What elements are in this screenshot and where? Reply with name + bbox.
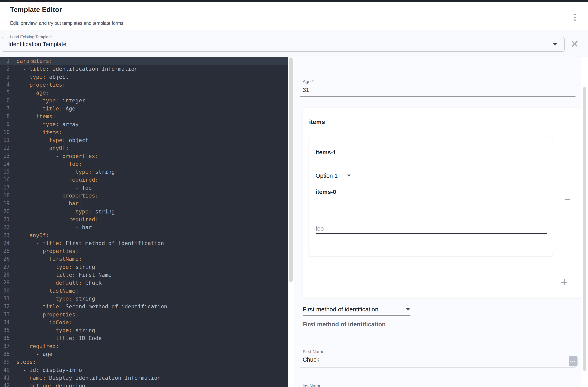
- code-line[interactable]: 25 properties:: [0, 247, 288, 255]
- line-number: 37: [0, 342, 10, 350]
- autofill-icon-dot: [574, 361, 575, 362]
- variant-select[interactable]: Option 1: [315, 173, 338, 179]
- code-line[interactable]: 7 title: Age: [0, 105, 288, 113]
- code-line[interactable]: 1parameters:: [0, 57, 288, 65]
- code-line[interactable]: 42 action: debug:log: [0, 382, 288, 387]
- page-subtitle: Edit, preview, and try out templates and…: [10, 20, 123, 26]
- code-line[interactable]: 30 lastName:: [0, 287, 288, 295]
- code-line[interactable]: 34 idCode:: [0, 318, 288, 326]
- window-top-strip: [0, 0, 588, 2]
- code-line[interactable]: 23 anyOf:: [0, 232, 288, 239]
- yaml-code-editor[interactable]: 1parameters:2 - title: Identification In…: [0, 57, 288, 387]
- code-line[interactable]: 5 age:: [0, 89, 288, 97]
- code-line[interactable]: 33 properties:: [0, 310, 288, 318]
- code-line[interactable]: 27 type: string: [0, 263, 288, 271]
- code-text: name: Display Identification Information: [16, 375, 161, 381]
- method-select[interactable]: First method of identification: [303, 306, 378, 313]
- code-text: type: integer: [16, 97, 85, 104]
- code-line[interactable]: 38 - age: [0, 350, 288, 358]
- code-line[interactable]: 22 - bar: [0, 223, 288, 231]
- code-line[interactable]: 6 type: integer: [0, 97, 288, 104]
- code-line[interactable]: 39steps:: [0, 358, 288, 366]
- first-name-value[interactable]: Chuck: [303, 356, 319, 363]
- code-line[interactable]: 17 - foo: [0, 184, 288, 192]
- line-number: 13: [0, 152, 10, 160]
- code-line[interactable]: 12 anyOf:: [0, 144, 288, 152]
- more-options-icon: [574, 19, 576, 21]
- code-line[interactable]: 8 items:: [0, 113, 288, 120]
- code-text: - foo: [16, 185, 92, 191]
- line-number: 26: [0, 255, 10, 263]
- code-line[interactable]: 28 title: First Name: [0, 271, 288, 279]
- code-line[interactable]: 3 type: object: [0, 73, 288, 81]
- code-text: anyOf:: [16, 145, 69, 151]
- code-text: items:: [16, 113, 56, 119]
- code-line[interactable]: 40 - id: display-info: [0, 366, 288, 374]
- code-line[interactable]: 4 properties:: [0, 81, 288, 89]
- code-text: type: string: [16, 169, 115, 175]
- line-number: 10: [0, 128, 10, 136]
- page-title: Template Editor: [10, 6, 62, 14]
- code-text: default: Chuck: [16, 280, 102, 286]
- code-line[interactable]: 35 type: string: [0, 326, 288, 334]
- more-options-button[interactable]: [569, 11, 580, 24]
- code-text: required:: [16, 176, 98, 183]
- code-line[interactable]: 32 - title: Second method of identificat…: [0, 303, 288, 310]
- code-line[interactable]: 10 items:: [0, 128, 288, 136]
- code-line[interactable]: 16 required:: [0, 176, 288, 184]
- foo-input[interactable]: foo: [315, 225, 324, 232]
- code-line[interactable]: 37 required:: [0, 342, 288, 350]
- code-line[interactable]: 14 foo:: [0, 160, 288, 168]
- code-text: title: First Name: [16, 272, 111, 278]
- add-item-button[interactable]: [561, 279, 568, 286]
- autofill-icon[interactable]: [569, 356, 578, 367]
- code-line[interactable]: 31 type: string: [0, 295, 288, 303]
- code-text: title: Age: [16, 105, 75, 112]
- editor-scrollbar-track[interactable]: [288, 57, 294, 387]
- line-number: 6: [0, 97, 10, 104]
- code-line[interactable]: 41 name: Display Identification Informat…: [0, 374, 288, 382]
- line-number: 23: [0, 232, 10, 239]
- page-scrollbar-thumb[interactable]: [583, 87, 586, 371]
- line-number: 30: [0, 287, 10, 295]
- code-text: parameters:: [16, 58, 52, 64]
- code-text: - bar: [16, 224, 92, 230]
- code-line[interactable]: 9 type: array: [0, 120, 288, 128]
- code-line[interactable]: 36 title: ID Code: [0, 334, 288, 342]
- code-line[interactable]: 18 - properties:: [0, 192, 288, 199]
- age-field-underline: [300, 96, 575, 97]
- line-number: 14: [0, 160, 10, 168]
- code-line[interactable]: 15 type: string: [0, 168, 288, 176]
- editor-scrollbar-thumb[interactable]: [289, 58, 293, 282]
- remove-item-button[interactable]: [563, 196, 572, 203]
- line-number: 19: [0, 199, 10, 207]
- first-name-label: First Name: [303, 349, 324, 354]
- autofill-icon-dot: [570, 361, 571, 362]
- code-line[interactable]: 19 bar:: [0, 199, 288, 207]
- code-text: steps:: [16, 359, 36, 365]
- code-text: type: string: [16, 327, 95, 333]
- code-text: - properties:: [16, 153, 98, 159]
- line-number: 29: [0, 279, 10, 287]
- code-line[interactable]: 24 - title: First method of identificati…: [0, 239, 288, 247]
- load-existing-template-select[interactable]: Load Existing Template Identification Te…: [2, 37, 565, 52]
- clear-template-button[interactable]: [571, 40, 578, 47]
- code-text: - title: Identification Information: [16, 66, 138, 72]
- load-existing-template-value: Identification Template: [8, 41, 66, 48]
- code-text: age:: [16, 90, 49, 96]
- age-field-value[interactable]: 31: [303, 87, 309, 93]
- code-line[interactable]: 26 firstName:: [0, 255, 288, 263]
- more-options-icon: [574, 14, 576, 15]
- line-number: 39: [0, 358, 10, 366]
- line-number: 3: [0, 73, 10, 81]
- code-line[interactable]: 11 type: object: [0, 136, 288, 144]
- template-editor-page: Template Editor Edit, preview, and try o…: [0, 0, 588, 387]
- code-line[interactable]: 29 default: Chuck: [0, 279, 288, 287]
- code-line[interactable]: 20 type: string: [0, 208, 288, 215]
- code-text: firstName:: [16, 256, 82, 262]
- line-number: 5: [0, 89, 10, 97]
- code-line[interactable]: 13 - properties:: [0, 152, 288, 160]
- first-name-underline: [300, 367, 575, 368]
- code-line[interactable]: 2 - title: Identification Information: [0, 65, 288, 73]
- code-line[interactable]: 21 required:: [0, 215, 288, 223]
